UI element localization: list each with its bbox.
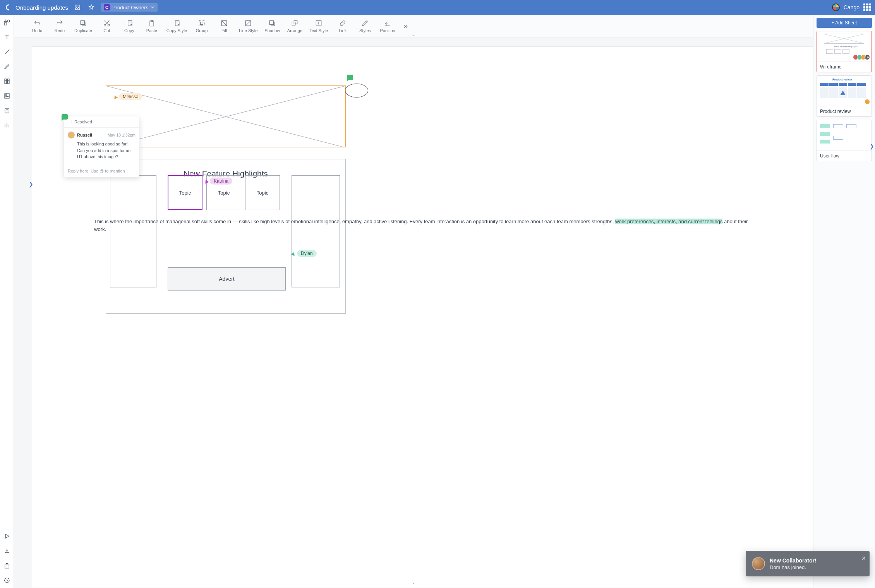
arrange-button[interactable]: Arrange <box>287 19 302 33</box>
team-label: Product Owners <box>112 5 148 10</box>
chart-tool-icon[interactable] <box>3 121 11 129</box>
svg-rect-22 <box>270 21 274 24</box>
favorite-star-icon[interactable] <box>87 3 96 12</box>
styles-button[interactable]: Styles <box>357 19 373 33</box>
collapse-toolbar-icon[interactable]: ︿ <box>412 32 415 38</box>
paste-button[interactable]: Paste <box>144 19 160 33</box>
svg-rect-4 <box>5 79 9 84</box>
add-sheet-button[interactable]: + Add Sheet <box>817 18 872 28</box>
sheet-label: User flow <box>817 150 872 161</box>
freeform-selection-lasso[interactable] <box>345 84 368 97</box>
copy-button[interactable]: Copy <box>122 19 137 33</box>
svg-rect-19 <box>201 22 203 25</box>
topic-card-1[interactable]: Topic <box>168 175 202 210</box>
svg-rect-10 <box>82 22 86 26</box>
collaborator-cursor-melissa: Melissa <box>113 93 142 100</box>
toast-title: New Collaborator! <box>770 557 817 564</box>
expand-right-panel-icon[interactable]: ❯ <box>870 143 874 149</box>
brand-logo-icon[interactable] <box>832 3 840 11</box>
comment-thread-popup: Resolved Russell May 18 1:32pm This is l… <box>64 116 139 177</box>
play-icon[interactable] <box>3 532 11 540</box>
chevron-down-icon <box>151 5 154 9</box>
svg-rect-0 <box>75 5 80 10</box>
collaborator-cursor-katrina: Katrina <box>204 178 232 185</box>
comment-reply-input[interactable]: Reply here. Use @ to mention <box>64 165 139 177</box>
fill-button[interactable]: Fill <box>216 19 232 33</box>
sheet-thumbnail: New Feature Highlights 12+ <box>817 31 872 62</box>
sheet-thumbnail: Product review <box>817 76 872 106</box>
svg-rect-24 <box>294 21 297 24</box>
svg-rect-23 <box>292 22 295 25</box>
toast-close-icon[interactable]: × <box>861 555 866 562</box>
line-tool-icon[interactable] <box>3 48 11 56</box>
svg-rect-17 <box>175 22 179 26</box>
comment-message: This is looking good so far! Can you add… <box>68 141 136 160</box>
text-style-button[interactable]: Text Style <box>309 19 328 33</box>
text-tool-icon[interactable] <box>3 33 11 41</box>
toast-avatar <box>752 557 765 570</box>
sheet-label: Wireframe <box>817 62 872 72</box>
expand-bottom-icon[interactable]: ﹀ <box>412 581 415 586</box>
document-title[interactable]: Onboarding updates <box>15 4 68 11</box>
svg-rect-5 <box>5 94 9 98</box>
toolbar-more-icon[interactable]: » <box>404 22 408 30</box>
highlighted-text: work preferences, interests, and current… <box>615 219 722 224</box>
team-badge-icon: C <box>104 4 110 10</box>
topic-card-3[interactable]: Topic <box>245 175 280 210</box>
copy-style-button[interactable]: Copy Style <box>166 19 187 33</box>
team-selector[interactable]: C Product Owners <box>101 3 158 12</box>
apps-menu-icon[interactable] <box>863 3 871 11</box>
cut-button[interactable]: Cut <box>99 19 115 33</box>
export-icon[interactable] <box>3 562 11 569</box>
position-button[interactable]: Position <box>380 19 395 33</box>
sheets-panel: ❯ + Add Sheet New Feature Highlights 12+… <box>813 15 875 588</box>
canvas-area[interactable]: ❯ Melissa New Feature Highlights <box>14 38 813 588</box>
pen-tool-icon[interactable] <box>3 63 11 70</box>
top-bar: Onboarding updates C Product Owners Cang… <box>0 0 875 15</box>
sheet-thumbnail <box>817 120 872 150</box>
svg-point-3 <box>7 20 9 22</box>
grid-tool-icon[interactable] <box>3 77 11 85</box>
action-toolbar: Undo Redo Duplicate Cut Copy Paste Copy … <box>14 15 813 38</box>
svg-point-1 <box>76 6 77 7</box>
app-logo-icon[interactable] <box>4 4 11 11</box>
history-icon[interactable] <box>73 3 82 12</box>
shapes-tool-icon[interactable] <box>3 19 11 26</box>
sheet-collaborator-avatars <box>866 99 870 104</box>
redo-button[interactable]: Redo <box>52 19 67 33</box>
image-tool-icon[interactable] <box>3 92 11 100</box>
svg-rect-2 <box>4 23 7 25</box>
wireframe-advert-box[interactable]: Advert <box>168 267 286 291</box>
download-icon[interactable] <box>3 547 11 555</box>
cursor-icon <box>291 251 296 256</box>
wireframe-body-text[interactable]: This is where the importance of manageri… <box>32 214 758 233</box>
comment-thread-marker-icon[interactable] <box>62 114 68 120</box>
expand-left-panel-icon[interactable]: ❯ <box>29 181 33 187</box>
document-tool-icon[interactable] <box>3 107 11 115</box>
sheet-user-flow[interactable]: User flow <box>817 120 872 161</box>
sheet-product-review[interactable]: Product review Product review <box>817 75 872 117</box>
duplicate-button[interactable]: Duplicate <box>74 19 92 33</box>
comment-timestamp: May 18 1:32pm <box>108 133 136 137</box>
collaborator-cursor-dylan: Dylan <box>292 250 317 257</box>
undo-button[interactable]: Undo <box>29 19 45 33</box>
comment-marker-icon[interactable] <box>347 75 353 80</box>
line-style-button[interactable]: Line Style <box>239 19 257 33</box>
comment-author-avatar <box>68 132 75 138</box>
resolved-label: Resolved <box>74 120 92 124</box>
history-icon[interactable] <box>3 576 11 584</box>
canvas-page: Melissa New Feature Highlights Topic Top… <box>32 46 813 588</box>
svg-rect-11 <box>81 21 84 24</box>
svg-rect-18 <box>199 21 204 26</box>
link-button[interactable]: Link <box>335 19 350 33</box>
svg-point-6 <box>5 94 7 96</box>
new-collaborator-toast: New Collaborator! Dom has joined. × <box>746 551 870 576</box>
comment-author-name: Russell <box>77 133 92 137</box>
left-toolbar <box>0 15 14 588</box>
group-button[interactable]: Group <box>194 19 209 33</box>
sheet-wireframe[interactable]: New Feature Highlights 12+ Wireframe <box>817 31 872 72</box>
shadow-button[interactable]: Shadow <box>264 19 280 33</box>
resolved-checkbox[interactable] <box>68 120 72 124</box>
toast-message: Dom has joined. <box>770 564 817 570</box>
brand-name: Cango <box>844 4 860 10</box>
